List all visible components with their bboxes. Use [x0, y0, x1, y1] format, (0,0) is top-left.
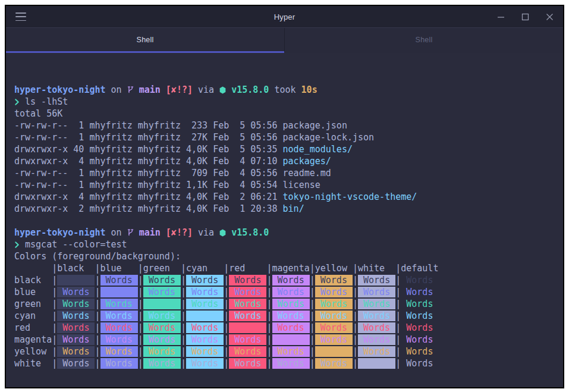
terminal-text-segment: |: [52, 287, 57, 297]
terminal-text-segment: |: [353, 311, 358, 321]
terminal-text-segment: |: [353, 287, 358, 297]
terminal-text-segment: |: [224, 287, 229, 297]
terminal-text-segment: blue: [14, 287, 52, 297]
terminal-line: hyper-tokyo-night on main [✘!?] via v15.…: [14, 84, 563, 96]
terminal-text-segment: |: [181, 275, 186, 286]
terminal-text-segment: |: [266, 275, 272, 286]
terminal-text-segment: |: [310, 287, 315, 297]
terminal-text-segment: |: [224, 334, 229, 345]
terminal-text-segment: drwxrwxr-x 40 mhyfritz mhyfritz 4,0K Feb…: [14, 144, 283, 155]
terminal-text-segment: |: [224, 346, 229, 357]
terminal-text-segment: Words: [358, 358, 395, 369]
tab-shell-active[interactable]: Shell: [6, 28, 284, 53]
terminal-text-segment: Words: [315, 346, 353, 357]
terminal-text-segment: hyper-tokyo-night: [14, 84, 106, 95]
color-table-header: |black |blue |green |cyan |red |magenta|…: [14, 262, 563, 274]
terminal-text-segment: Words: [401, 358, 438, 369]
terminal-line: ls -lhSt: [14, 96, 563, 108]
terminal-text-segment: Words: [272, 334, 310, 345]
terminal-text-segment: Words: [315, 322, 353, 333]
terminal-text-segment: |: [138, 322, 143, 333]
maximize-button[interactable]: [521, 13, 529, 21]
close-button[interactable]: [546, 13, 554, 21]
terminal-text-segment: v15.8.0: [231, 84, 269, 95]
terminal-text-segment: [134, 84, 139, 95]
terminal-text-segment: |: [52, 346, 57, 357]
terminal-text-segment: Words: [229, 346, 266, 357]
terminal-line: [14, 215, 563, 227]
terminal-text-segment: Words: [401, 334, 438, 345]
terminal-text-segment: |: [266, 311, 272, 321]
terminal-text-segment: Words: [272, 299, 310, 309]
terminal-text-segment: Words: [315, 299, 353, 309]
terminal-text-segment: |: [395, 311, 401, 321]
terminal-text-segment: -rw-rw-r-- 1 mhyfritz mhyfritz 1,1K Feb …: [14, 180, 283, 190]
terminal-text-segment: [226, 227, 231, 238]
terminal-text-segment: msgcat --color=test: [20, 239, 127, 250]
terminal-text-segment: Words: [100, 311, 138, 321]
titlebar: Hyper: [6, 6, 563, 27]
terminal-text-segment: |: [95, 275, 100, 286]
terminal-text-segment: |: [138, 334, 143, 345]
terminal-text-segment: hyper-tokyo-night: [14, 227, 106, 238]
terminal-text-segment: Words: [57, 287, 95, 297]
terminal-text-segment: Words: [358, 346, 395, 357]
terminal-text-segment: |: [52, 358, 57, 369]
terminal-text-segment: |: [138, 299, 143, 309]
terminal-line: -rw-rw-r-- 1 mhyfritz mhyfritz 1,1K Feb …: [14, 179, 563, 191]
terminal-text-segment: Words: [100, 299, 138, 309]
terminal-line: msgcat --color=test: [14, 239, 563, 250]
terminal-text-segment: on: [106, 227, 127, 238]
window-title: Hyper: [6, 12, 563, 21]
terminal-text-segment: [134, 227, 139, 238]
terminal-line: -rw-rw-r-- 1 mhyfritz mhyfritz 27K Feb 5…: [14, 131, 563, 143]
terminal-text-segment: 10s: [301, 84, 317, 95]
terminal-text-segment: |: [95, 311, 100, 321]
terminal-text-segment: v15.8.0: [231, 227, 269, 238]
terminal-text-segment: |: [395, 322, 401, 333]
terminal-text-segment: |black |blue |green |cyan |red |magenta|…: [14, 263, 438, 274]
terminal-text-segment: |: [310, 311, 315, 321]
terminal-line: drwxrwxr-x 4 mhyfritz mhyfritz 4,0K Feb …: [14, 191, 563, 203]
terminal-text-segment: Words: [186, 334, 224, 345]
terminal-text-segment: |: [224, 275, 229, 286]
terminal-text-segment: Words: [143, 275, 181, 286]
terminal-text-segment: |: [266, 322, 272, 333]
terminal-text-segment: Words: [100, 275, 138, 286]
terminal-text-segment: Words: [229, 311, 266, 321]
terminal-text-segment: |: [52, 322, 57, 333]
terminal-text-segment: green: [14, 299, 52, 309]
terminal-text-segment: |: [310, 322, 315, 333]
terminal-text-segment: Words: [57, 299, 95, 309]
color-table-row: red | Words | Words | Words | Words | Wo…: [14, 322, 563, 334]
terminal-text-segment: Colors (foreground/background):: [14, 251, 181, 262]
terminal-line: [14, 72, 563, 84]
terminal-text-segment: Words: [100, 334, 138, 345]
terminal[interactable]: hyper-tokyo-night on main [✘!?] via v15.…: [6, 54, 563, 387]
terminal-text-segment: Words: [143, 334, 181, 345]
terminal-text-segment: |: [138, 358, 143, 369]
terminal-text-segment: |: [266, 358, 272, 369]
terminal-text-segment: Words: [229, 334, 266, 345]
hamburger-menu-icon[interactable]: [15, 12, 26, 21]
terminal-text-segment: |: [181, 358, 186, 369]
terminal-text-segment: node_modules/: [283, 144, 353, 155]
terminal-text-segment: Words: [229, 358, 266, 369]
terminal-text-segment: |: [310, 299, 315, 309]
terminal-text-segment: packages/: [283, 156, 331, 167]
terminal-text-segment: ls -lhSt: [20, 96, 68, 107]
terminal-text-segment: Words: [315, 311, 353, 321]
terminal-line: drwxrwxr-x 4 mhyfritz mhyfritz 4,0K Feb …: [14, 155, 563, 167]
terminal-text-segment: |: [95, 322, 100, 333]
terminal-text-segment: Words: [358, 311, 395, 321]
tab-shell-inactive[interactable]: Shell: [284, 28, 563, 53]
terminal-text-segment: Words: [272, 287, 310, 297]
terminal-text-segment: |: [353, 358, 358, 369]
minimize-button[interactable]: [497, 13, 505, 21]
terminal-text-segment: Words: [143, 311, 181, 321]
terminal-text-segment: readme.md: [283, 168, 331, 178]
terminal-text-segment: Words: [401, 311, 438, 321]
terminal-text-segment: Words: [358, 322, 395, 333]
terminal-text-segment: Words: [100, 287, 138, 297]
terminal-text-segment: [✘!?]: [166, 227, 193, 238]
